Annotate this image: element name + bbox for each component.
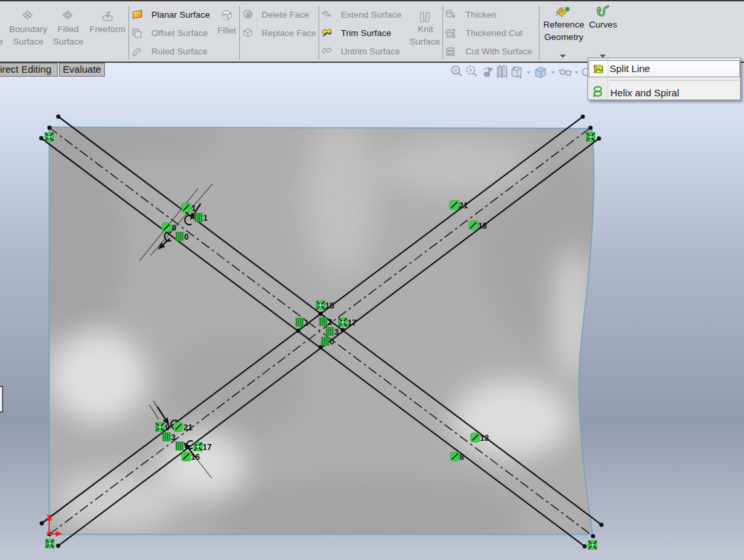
svg-text:2: 2	[328, 318, 332, 327]
svg-text:0: 0	[330, 337, 334, 346]
svg-text:18: 18	[478, 221, 487, 231]
svg-text:0: 0	[184, 233, 189, 242]
svg-text:17: 17	[347, 318, 357, 327]
svg-text:1: 1	[203, 214, 208, 223]
svg-text:1: 1	[304, 318, 309, 327]
svg-text:3: 3	[171, 433, 176, 442]
svg-text:3: 3	[334, 327, 339, 337]
svg-text:16: 16	[191, 453, 200, 462]
svg-text:9: 9	[165, 423, 170, 432]
svg-text:13: 13	[480, 434, 489, 443]
svg-text:8: 8	[172, 223, 176, 233]
svg-text:17: 17	[203, 443, 212, 452]
svg-text:21: 21	[184, 423, 193, 432]
svg-text:1: 1	[191, 204, 196, 213]
svg-text:8: 8	[460, 453, 464, 462]
svg-text:21: 21	[459, 201, 468, 210]
svg-text:15: 15	[325, 301, 334, 310]
